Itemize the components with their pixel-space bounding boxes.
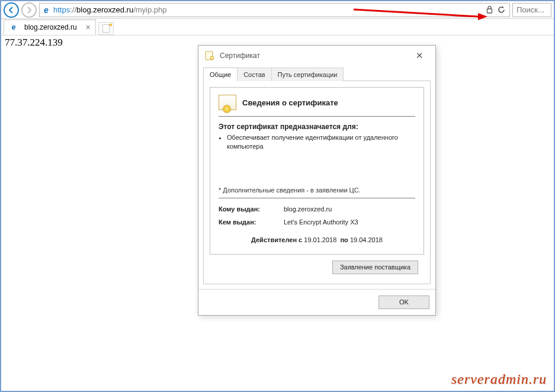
certificate-large-icon: [219, 95, 236, 110]
certificate-dialog: Сертификат ✕ Общие Состав Путь сертифика…: [198, 45, 436, 316]
ca-statement-footnote: * Дополнительные сведения - в заявлении …: [219, 187, 415, 198]
browser-window: e https://blog.zeroxzed.ru/myip.php Поис…: [0, 0, 555, 392]
dialog-title: Сертификат: [220, 52, 409, 60]
issuer-statement-button[interactable]: Заявление поставщика: [332, 261, 418, 274]
forward-button[interactable]: [21, 2, 37, 18]
issued-by-label: Кем выдан:: [219, 219, 284, 226]
tab-general[interactable]: Общие: [203, 68, 238, 81]
tab-strip: e blog.zeroxzed.ru ✕: [1, 19, 554, 36]
certificate-info: Сведения о сертификате Этот сертификат п…: [210, 87, 424, 255]
ok-button[interactable]: OK: [378, 295, 429, 309]
new-tab-icon: [102, 24, 110, 33]
purpose-header: Этот сертификат предназначается для:: [219, 123, 415, 131]
tab-close-button[interactable]: ✕: [85, 24, 91, 31]
nav-toolbar: e https://blog.zeroxzed.ru/myip.php Поис…: [1, 1, 554, 19]
tab-title: blog.zeroxzed.ru: [24, 23, 77, 31]
purpose-item: Обеспечивает получение идентификации от …: [227, 133, 415, 151]
tab-active[interactable]: e blog.zeroxzed.ru ✕: [4, 20, 96, 35]
svg-point-4: [210, 56, 214, 60]
page-content: 77.37.224.139: [5, 37, 63, 49]
dialog-titlebar: Сертификат ✕: [198, 46, 435, 66]
dialog-tabs: Общие Состав Путь сертификации: [198, 67, 435, 81]
ie-logo-icon: e: [41, 5, 51, 15]
ie-favicon: e: [9, 23, 18, 31]
address-bar[interactable]: e https://blog.zeroxzed.ru/myip.php: [39, 3, 510, 17]
certificate-info-title: Сведения о сертификате: [242, 98, 338, 107]
certificate-icon: [204, 50, 215, 61]
back-button[interactable]: [4, 2, 19, 18]
dialog-body: Сведения о сертификате Этот сертификат п…: [203, 81, 431, 284]
refresh-icon[interactable]: [497, 6, 505, 14]
tab-cert-path[interactable]: Путь сертификации: [271, 68, 344, 81]
purpose-list: Обеспечивает получение идентификации от …: [219, 133, 415, 151]
watermark: serveradmin.ru: [451, 371, 547, 387]
issued-by-value: Let's Encrypt Authority X3: [284, 219, 415, 226]
lock-icon[interactable]: [485, 6, 493, 14]
search-box[interactable]: Поиск...: [512, 3, 551, 17]
dialog-close-button[interactable]: ✕: [409, 49, 429, 63]
new-tab-button[interactable]: [98, 22, 114, 35]
svg-rect-0: [487, 9, 492, 13]
issued-to-label: Кому выдан:: [219, 205, 284, 213]
search-placeholder: Поиск...: [516, 5, 544, 14]
tab-details[interactable]: Состав: [237, 68, 271, 81]
validity-line: Действителен с 19.01.2018 по 19.04.2018: [219, 236, 415, 243]
issued-to-value: blog.zeroxzed.ru: [284, 205, 415, 213]
url-text: https://blog.zeroxzed.ru/myip.php: [53, 5, 483, 14]
